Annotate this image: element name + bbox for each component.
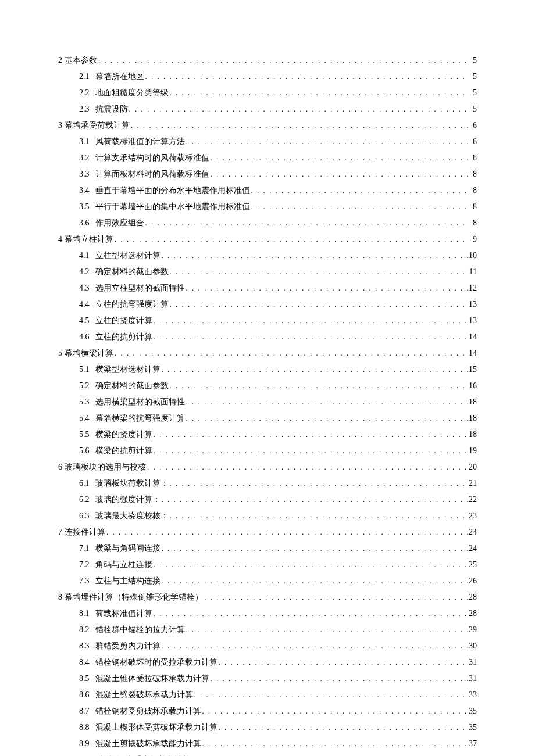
toc-entry-page: 6 bbox=[469, 134, 477, 150]
toc-entry-number: 6 bbox=[58, 459, 62, 475]
toc-entry-number: 8 bbox=[58, 589, 62, 605]
toc-entry-page: 28 bbox=[469, 589, 477, 605]
toc-entry-title: 横梁的挠度计算 bbox=[95, 427, 152, 443]
toc-entry-number: 3.5 bbox=[79, 199, 90, 215]
toc-entry-page: 30 bbox=[469, 638, 477, 654]
toc-leader-dots bbox=[144, 69, 469, 84]
toc-entry: 4幕墙立柱计算9 bbox=[58, 231, 477, 248]
toc-entry-page: 29 bbox=[469, 622, 477, 638]
toc-entry-page: 21 bbox=[469, 475, 477, 492]
toc-leader-dots bbox=[169, 85, 469, 101]
toc-entry: 8.4锚栓钢材破坏时的受拉承载力计算31 bbox=[79, 654, 477, 671]
toc-entry-title: 锚栓钢材受剪破坏承载力计算 bbox=[95, 703, 201, 719]
toc-entry-page: 38 bbox=[469, 752, 477, 756]
toc-entry-number: 8.10 bbox=[79, 752, 94, 756]
toc-entry: 8.2锚栓群中锚栓的拉力计算29 bbox=[79, 622, 477, 638]
toc-entry-page: 8 bbox=[469, 150, 477, 166]
toc-leader-dots bbox=[113, 346, 469, 361]
toc-leader-dots bbox=[209, 167, 469, 182]
toc-leader-dots bbox=[105, 525, 469, 540]
toc-entry-number: 8.5 bbox=[79, 671, 90, 687]
toc-leader-dots bbox=[130, 118, 469, 133]
toc-entry-number: 4.6 bbox=[79, 329, 90, 345]
toc-entry: 8.9混凝土剪撬破坏承载能力计算37 bbox=[79, 736, 477, 752]
toc-leader-dots bbox=[169, 508, 469, 524]
toc-leader-dots bbox=[185, 411, 469, 426]
toc-entry-number: 6.3 bbox=[79, 508, 90, 524]
toc-entry-title: 混凝土劈裂破坏承载力计算 bbox=[95, 687, 193, 703]
toc-entry-number: 7 bbox=[58, 524, 62, 540]
toc-entry-page: 5 bbox=[469, 85, 477, 101]
toc-leader-dots bbox=[152, 329, 469, 345]
toc-entry-number: 4.1 bbox=[79, 248, 90, 264]
toc-leader-dots bbox=[209, 671, 469, 686]
toc-entry-page: 31 bbox=[469, 654, 477, 671]
toc-entry-page: 35 bbox=[469, 703, 477, 719]
toc-entry: 5.6横梁的抗剪计算19 bbox=[79, 443, 477, 459]
toc-leader-dots bbox=[217, 720, 469, 735]
toc-entry-title: 横梁型材选材计算 bbox=[95, 361, 160, 378]
toc-entry: 2.2地面粗糙度分类等级5 bbox=[79, 85, 477, 101]
toc-entry-page: 25 bbox=[469, 557, 477, 573]
toc-entry: 8.5混凝土锥体受拉破坏承载力计算31 bbox=[79, 671, 477, 687]
toc-entry-title: 锚栓群中锚栓的拉力计算 bbox=[95, 622, 185, 638]
toc-leader-dots bbox=[113, 232, 469, 247]
toc-entry-number: 3.4 bbox=[79, 182, 90, 199]
toc-entry-number: 2.2 bbox=[79, 85, 90, 101]
toc-entry-page: 26 bbox=[469, 573, 477, 589]
toc-entry-page: 14 bbox=[469, 345, 477, 361]
toc-entry-page: 35 bbox=[469, 719, 477, 736]
toc-entry-number: 6.2 bbox=[79, 492, 90, 508]
toc-entry-number: 5.5 bbox=[79, 427, 90, 443]
toc-leader-dots bbox=[160, 639, 469, 654]
toc-entry: 5.5横梁的挠度计算18 bbox=[79, 427, 477, 443]
toc-entry: 2.1幕墙所在地区5 bbox=[79, 69, 477, 85]
toc-leader-dots bbox=[160, 492, 469, 507]
toc-entry-number: 8.4 bbox=[79, 654, 90, 671]
toc-entry-number: 6.1 bbox=[79, 475, 90, 492]
toc-entry-title: 平行于幕墙平面的集中水平地震作用标准值 bbox=[95, 199, 250, 215]
toc-entry: 6玻璃板块的选用与校核20 bbox=[58, 459, 477, 475]
toc-entry-page: 31 bbox=[469, 671, 477, 687]
toc-entry-page: 12 bbox=[469, 280, 477, 296]
toc-entry-number: 2.3 bbox=[79, 101, 90, 117]
toc-leader-dots bbox=[203, 590, 469, 605]
toc-entry-number: 2.1 bbox=[79, 69, 90, 85]
toc-entry-page: 24 bbox=[469, 524, 477, 540]
toc-leader-dots bbox=[152, 313, 469, 328]
toc-entry-title: 立柱型材选材计算 bbox=[95, 248, 160, 264]
toc-entry-number: 3.1 bbox=[79, 134, 90, 150]
toc-entry-title: 计算面板材料时的风荷载标准值 bbox=[95, 166, 209, 182]
toc-entry: 8幕墙埋件计算（特殊倒锥形化学锚栓）28 bbox=[58, 589, 477, 605]
toc-entry-page: 14 bbox=[469, 329, 477, 345]
toc-entry-page: 16 bbox=[469, 378, 477, 394]
toc-entry-title: 玻璃最大挠度校核： bbox=[95, 508, 169, 524]
toc-entry-number: 8.6 bbox=[79, 687, 90, 703]
toc-entry-title: 立柱的挠度计算 bbox=[95, 313, 152, 329]
toc-entry-number: 7.3 bbox=[79, 573, 90, 589]
toc-entry-title: 幕墙立柱计算 bbox=[65, 231, 113, 248]
toc-entry: 5.1横梁型材选材计算15 bbox=[79, 361, 477, 378]
toc-entry-page: 33 bbox=[469, 687, 477, 703]
toc-leader-dots bbox=[169, 378, 469, 393]
toc-entry-number: 5.2 bbox=[79, 378, 90, 394]
toc-leader-dots bbox=[185, 134, 469, 149]
toc-entry: 3.2计算支承结构时的风荷载标准值8 bbox=[79, 150, 477, 166]
toc-entry-page: 5 bbox=[469, 52, 477, 69]
toc-leader-dots bbox=[144, 216, 469, 231]
toc-entry-title: 锚栓钢材破坏时的受拉承载力计算 bbox=[95, 654, 217, 671]
toc-entry: 8.3群锚受剪内力计算30 bbox=[79, 638, 477, 654]
toc-entry-number: 4.2 bbox=[79, 264, 90, 280]
toc-entry-title: 混凝土楔形体受剪破坏承载力计算 bbox=[95, 719, 217, 736]
toc-entry-title: 确定材料的截面参数 bbox=[95, 264, 169, 280]
toc-leader-dots bbox=[160, 574, 469, 589]
toc-entry-page: 24 bbox=[469, 540, 477, 557]
toc-entry-number: 4.4 bbox=[79, 296, 90, 313]
toc-entry: 3.6作用效应组合8 bbox=[79, 215, 477, 231]
toc-entry-page: 10 bbox=[469, 248, 477, 264]
toc-entry-title: 横梁的抗剪计算 bbox=[95, 443, 152, 459]
toc-entry: 7.1横梁与角码间连接24 bbox=[79, 540, 477, 557]
toc-leader-dots bbox=[160, 248, 469, 263]
toc-leader-dots bbox=[160, 362, 469, 377]
toc-leader-dots bbox=[169, 297, 469, 312]
